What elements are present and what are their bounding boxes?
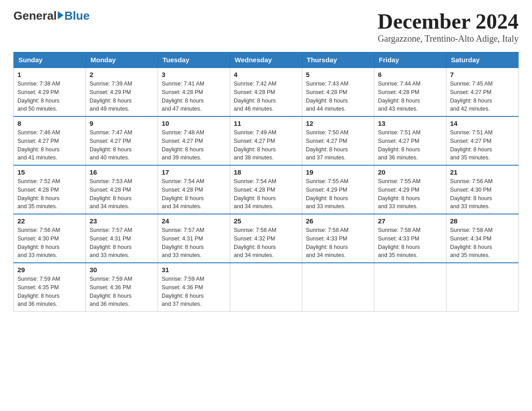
table-row: 28Sunrise: 7:58 AMSunset: 4:34 PMDayligh… xyxy=(446,214,519,263)
day-info: Sunrise: 7:47 AMSunset: 4:27 PMDaylight:… xyxy=(90,128,154,162)
logo-triangle-icon xyxy=(58,11,64,19)
table-row: 13Sunrise: 7:51 AMSunset: 4:27 PMDayligh… xyxy=(374,116,446,165)
day-number: 23 xyxy=(90,217,154,225)
day-number: 20 xyxy=(378,168,442,176)
day-number: 31 xyxy=(162,266,226,274)
col-thursday: Thursday xyxy=(302,52,374,68)
table-row: 18Sunrise: 7:54 AMSunset: 4:28 PMDayligh… xyxy=(230,165,302,214)
day-info: Sunrise: 7:59 AMSunset: 4:36 PMDaylight:… xyxy=(90,275,154,308)
table-row: 7Sunrise: 7:45 AMSunset: 4:27 PMDaylight… xyxy=(446,68,519,116)
day-number: 6 xyxy=(378,71,442,78)
day-info: Sunrise: 7:57 AMSunset: 4:31 PMDaylight:… xyxy=(162,226,226,260)
table-row: 23Sunrise: 7:57 AMSunset: 4:31 PMDayligh… xyxy=(86,214,158,263)
day-number: 7 xyxy=(450,71,515,78)
table-row: 25Sunrise: 7:58 AMSunset: 4:32 PMDayligh… xyxy=(230,214,302,263)
title-section: December 2024 Gargazzone, Trentino-Alto … xyxy=(378,9,519,44)
day-info: Sunrise: 7:45 AMSunset: 4:27 PMDaylight:… xyxy=(450,80,515,113)
day-number: 24 xyxy=(162,217,226,225)
day-number: 11 xyxy=(234,120,298,127)
day-info: Sunrise: 7:46 AMSunset: 4:27 PMDaylight:… xyxy=(17,128,82,162)
day-info: Sunrise: 7:58 AMSunset: 4:32 PMDaylight:… xyxy=(234,226,298,260)
logo-blue-part: Blue xyxy=(57,9,90,23)
table-row xyxy=(230,263,302,312)
col-friday: Friday xyxy=(374,52,446,68)
table-row: 12Sunrise: 7:50 AMSunset: 4:27 PMDayligh… xyxy=(302,116,374,165)
table-row: 20Sunrise: 7:55 AMSunset: 4:29 PMDayligh… xyxy=(374,165,446,214)
calendar-week-row: 15Sunrise: 7:52 AMSunset: 4:28 PMDayligh… xyxy=(14,165,519,214)
day-info: Sunrise: 7:39 AMSunset: 4:29 PMDaylight:… xyxy=(90,80,154,113)
day-number: 3 xyxy=(162,71,226,78)
day-info: Sunrise: 7:50 AMSunset: 4:27 PMDaylight:… xyxy=(306,128,370,162)
day-info: Sunrise: 7:42 AMSunset: 4:28 PMDaylight:… xyxy=(234,80,298,113)
day-number: 16 xyxy=(90,168,154,176)
day-number: 29 xyxy=(17,266,82,274)
table-row: 26Sunrise: 7:58 AMSunset: 4:33 PMDayligh… xyxy=(302,214,374,263)
col-sunday: Sunday xyxy=(14,52,86,68)
table-row xyxy=(374,263,446,312)
day-info: Sunrise: 7:58 AMSunset: 4:34 PMDaylight:… xyxy=(450,226,515,260)
day-number: 21 xyxy=(450,168,515,176)
table-row: 27Sunrise: 7:58 AMSunset: 4:33 PMDayligh… xyxy=(374,214,446,263)
day-number: 30 xyxy=(90,266,154,274)
table-row: 1Sunrise: 7:38 AMSunset: 4:29 PMDaylight… xyxy=(14,68,86,116)
page-header: General Blue December 2024 Gargazzone, T… xyxy=(13,9,519,44)
day-number: 8 xyxy=(17,120,82,127)
day-info: Sunrise: 7:55 AMSunset: 4:29 PMDaylight:… xyxy=(378,177,442,211)
day-info: Sunrise: 7:48 AMSunset: 4:27 PMDaylight:… xyxy=(162,128,226,162)
calendar-week-row: 1Sunrise: 7:38 AMSunset: 4:29 PMDaylight… xyxy=(14,68,519,116)
day-info: Sunrise: 7:58 AMSunset: 4:33 PMDaylight:… xyxy=(378,226,442,260)
day-info: Sunrise: 7:56 AMSunset: 4:30 PMDaylight:… xyxy=(17,226,82,260)
day-info: Sunrise: 7:54 AMSunset: 4:28 PMDaylight:… xyxy=(162,177,226,211)
day-number: 26 xyxy=(306,217,370,225)
table-row: 4Sunrise: 7:42 AMSunset: 4:28 PMDaylight… xyxy=(230,68,302,116)
table-row: 2Sunrise: 7:39 AMSunset: 4:29 PMDaylight… xyxy=(86,68,158,116)
day-number: 28 xyxy=(450,217,515,225)
day-info: Sunrise: 7:43 AMSunset: 4:28 PMDaylight:… xyxy=(306,80,370,113)
logo-blue-text: Blue xyxy=(64,9,90,23)
day-info: Sunrise: 7:49 AMSunset: 4:27 PMDaylight:… xyxy=(234,128,298,162)
calendar-week-row: 8Sunrise: 7:46 AMSunset: 4:27 PMDaylight… xyxy=(14,116,519,165)
day-number: 18 xyxy=(234,168,298,176)
day-number: 15 xyxy=(17,168,82,176)
table-row xyxy=(446,263,519,312)
table-row: 16Sunrise: 7:53 AMSunset: 4:28 PMDayligh… xyxy=(86,165,158,214)
calendar-table: Sunday Monday Tuesday Wednesday Thursday… xyxy=(13,52,519,312)
table-row: 22Sunrise: 7:56 AMSunset: 4:30 PMDayligh… xyxy=(14,214,86,263)
logo: General Blue xyxy=(13,9,90,23)
day-info: Sunrise: 7:58 AMSunset: 4:33 PMDaylight:… xyxy=(306,226,370,260)
table-row: 6Sunrise: 7:44 AMSunset: 4:28 PMDaylight… xyxy=(374,68,446,116)
day-number: 9 xyxy=(90,120,154,127)
day-number: 25 xyxy=(234,217,298,225)
col-tuesday: Tuesday xyxy=(158,52,230,68)
month-year-title: December 2024 xyxy=(378,9,519,34)
day-number: 22 xyxy=(17,217,82,225)
col-wednesday: Wednesday xyxy=(230,52,302,68)
table-row: 3Sunrise: 7:41 AMSunset: 4:28 PMDaylight… xyxy=(158,68,230,116)
day-number: 2 xyxy=(90,71,154,78)
day-info: Sunrise: 7:38 AMSunset: 4:29 PMDaylight:… xyxy=(17,80,82,113)
table-row: 21Sunrise: 7:56 AMSunset: 4:30 PMDayligh… xyxy=(446,165,519,214)
day-number: 19 xyxy=(306,168,370,176)
table-row: 8Sunrise: 7:46 AMSunset: 4:27 PMDaylight… xyxy=(14,116,86,165)
day-info: Sunrise: 7:59 AMSunset: 4:35 PMDaylight:… xyxy=(17,275,82,308)
table-row: 11Sunrise: 7:49 AMSunset: 4:27 PMDayligh… xyxy=(230,116,302,165)
table-row: 19Sunrise: 7:55 AMSunset: 4:29 PMDayligh… xyxy=(302,165,374,214)
day-info: Sunrise: 7:52 AMSunset: 4:28 PMDaylight:… xyxy=(17,177,82,211)
table-row: 14Sunrise: 7:51 AMSunset: 4:27 PMDayligh… xyxy=(446,116,519,165)
table-row: 31Sunrise: 7:59 AMSunset: 4:36 PMDayligh… xyxy=(158,263,230,312)
location-subtitle: Gargazzone, Trentino-Alto Adige, Italy xyxy=(378,34,519,44)
day-info: Sunrise: 7:51 AMSunset: 4:27 PMDaylight:… xyxy=(378,128,442,162)
table-row: 30Sunrise: 7:59 AMSunset: 4:36 PMDayligh… xyxy=(86,263,158,312)
table-row: 29Sunrise: 7:59 AMSunset: 4:35 PMDayligh… xyxy=(14,263,86,312)
day-info: Sunrise: 7:57 AMSunset: 4:31 PMDaylight:… xyxy=(90,226,154,260)
table-row: 17Sunrise: 7:54 AMSunset: 4:28 PMDayligh… xyxy=(158,165,230,214)
calendar-header-row: Sunday Monday Tuesday Wednesday Thursday… xyxy=(14,52,519,68)
day-number: 12 xyxy=(306,120,370,127)
day-number: 10 xyxy=(162,120,226,127)
day-info: Sunrise: 7:51 AMSunset: 4:27 PMDaylight:… xyxy=(450,128,515,162)
day-info: Sunrise: 7:41 AMSunset: 4:28 PMDaylight:… xyxy=(162,80,226,113)
day-number: 14 xyxy=(450,120,515,127)
day-number: 27 xyxy=(378,217,442,225)
day-number: 13 xyxy=(378,120,442,127)
day-info: Sunrise: 7:56 AMSunset: 4:30 PMDaylight:… xyxy=(450,177,515,211)
